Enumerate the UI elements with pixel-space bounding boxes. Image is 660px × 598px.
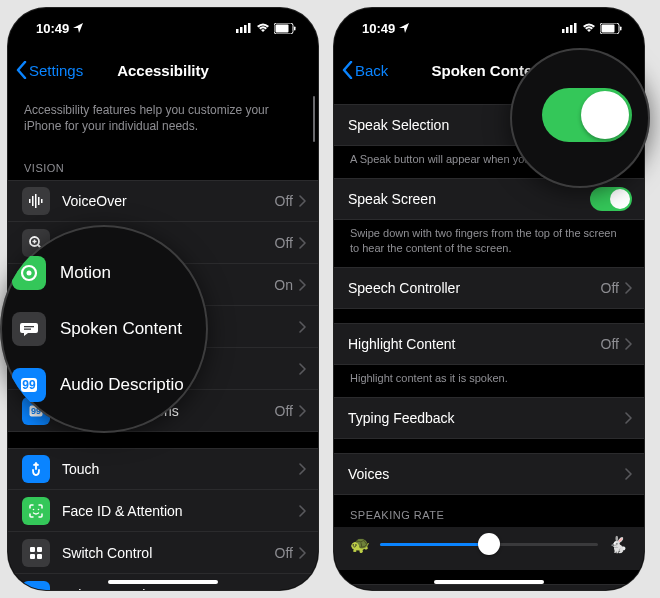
svg-rect-8 — [32, 196, 34, 206]
svg-rect-11 — [41, 199, 43, 203]
section-header-vision: VISION — [8, 148, 318, 180]
svg-rect-1 — [240, 27, 243, 33]
page-title: Accessibility — [117, 62, 209, 79]
svg-rect-25 — [37, 547, 42, 552]
row-label: Speech Controller — [348, 280, 601, 296]
svg-rect-41 — [620, 26, 622, 30]
magnified-label: Motion — [60, 263, 111, 283]
settings-row[interactable]: Switch ControlOff — [8, 532, 318, 574]
switch-icon — [22, 539, 50, 567]
status-bar: 10:49 — [8, 8, 318, 48]
svg-rect-36 — [566, 27, 569, 33]
svg-rect-9 — [35, 194, 37, 208]
svg-rect-24 — [30, 547, 35, 552]
svg-rect-38 — [574, 23, 577, 33]
row-value: Off — [275, 235, 293, 251]
magnified-label: Audio Descriptio — [60, 375, 184, 395]
speaking-rate-slider[interactable] — [380, 543, 598, 546]
back-button[interactable]: Back — [342, 61, 388, 79]
row-value: Off — [275, 545, 293, 561]
status-time: 10:49 — [36, 21, 69, 36]
scroll-indicator[interactable] — [313, 96, 316, 142]
back-button[interactable]: Settings — [16, 61, 83, 79]
row-label: Highlight Content — [348, 336, 601, 352]
row-label: Voices — [348, 466, 625, 482]
footer-text: Swipe down with two fingers from the top… — [334, 220, 644, 267]
footer-text: Highlight content as it is spoken. — [334, 365, 644, 397]
wifi-icon — [256, 23, 270, 33]
settings-row[interactable]: VoiceOverOff — [8, 180, 318, 222]
settings-row[interactable]: Face ID & Attention — [8, 490, 318, 532]
location-icon — [399, 21, 409, 36]
magnifier-callout-left: Motion Spoken Content 99 Audio Descripti… — [0, 225, 208, 433]
settings-row[interactable]: Speech ControllerOff — [334, 267, 644, 309]
settings-row[interactable]: Touch — [8, 448, 318, 490]
row-label: Voice Control — [62, 587, 275, 590]
home-indicator[interactable] — [108, 580, 218, 584]
svg-rect-35 — [562, 29, 565, 33]
settings-row[interactable]: Typing Feedback — [334, 397, 644, 439]
location-icon — [73, 21, 83, 36]
touch-icon — [22, 455, 50, 483]
svg-point-22 — [33, 509, 35, 511]
signal-icon — [562, 23, 578, 33]
svg-rect-26 — [30, 554, 35, 559]
faceid-icon — [22, 497, 50, 525]
svg-rect-2 — [244, 25, 247, 33]
magnified-row-spoken-content: Spoken Content — [0, 301, 208, 357]
nav-bar: Settings Accessibility — [8, 48, 318, 92]
battery-icon — [600, 23, 622, 34]
svg-rect-0 — [236, 29, 239, 33]
wifi-icon — [582, 23, 596, 33]
row-label: Speak Screen — [348, 191, 590, 207]
svg-rect-5 — [276, 24, 289, 32]
intro-text: Accessibility features help you customiz… — [8, 92, 318, 148]
row-label: Touch — [62, 461, 299, 477]
row-value: Off — [275, 587, 293, 590]
voice-icon — [22, 581, 50, 590]
row-value: On — [274, 277, 293, 293]
settings-row[interactable]: Pronunciations — [334, 584, 644, 590]
settings-row[interactable]: Voices — [334, 453, 644, 495]
svg-rect-27 — [37, 554, 42, 559]
svg-rect-40 — [602, 24, 615, 32]
home-indicator[interactable] — [434, 580, 544, 584]
settings-row[interactable]: Highlight ContentOff — [334, 323, 644, 365]
row-label: Switch Control — [62, 545, 275, 561]
svg-point-23 — [38, 509, 40, 511]
back-label: Back — [355, 62, 388, 79]
svg-rect-37 — [570, 25, 573, 33]
row-label: Typing Feedback — [348, 410, 625, 426]
svg-rect-7 — [29, 199, 31, 203]
row-label: Face ID & Attention — [62, 503, 299, 519]
toggle-switch[interactable] — [590, 187, 632, 211]
svg-rect-6 — [294, 26, 296, 30]
status-time: 10:49 — [362, 21, 395, 36]
speech-bubble-icon — [12, 312, 46, 346]
back-label: Settings — [29, 62, 83, 79]
magnifier-callout-right — [510, 48, 650, 188]
turtle-icon: 🐢 — [350, 535, 370, 554]
svg-rect-10 — [38, 197, 40, 205]
row-value: Off — [601, 336, 619, 352]
battery-icon — [274, 23, 296, 34]
speaking-rate-slider-row: 🐢🐇 — [334, 527, 644, 570]
row-label: VoiceOver — [62, 193, 275, 209]
svg-rect-45 — [24, 329, 31, 330]
magnified-toggle-on — [542, 88, 632, 142]
svg-rect-44 — [24, 326, 34, 327]
signal-icon — [236, 23, 252, 33]
row-value: Off — [601, 280, 619, 296]
waveform-icon — [22, 187, 50, 215]
section-header: SPEAKING RATE — [334, 495, 644, 527]
status-bar: 10:49 — [334, 8, 644, 48]
row-value: Off — [275, 193, 293, 209]
svg-rect-3 — [248, 23, 251, 33]
svg-text:99: 99 — [22, 378, 36, 392]
svg-point-43 — [27, 271, 32, 276]
rabbit-icon: 🐇 — [608, 535, 628, 554]
row-value: Off — [275, 403, 293, 419]
magnified-label: Spoken Content — [60, 319, 182, 339]
